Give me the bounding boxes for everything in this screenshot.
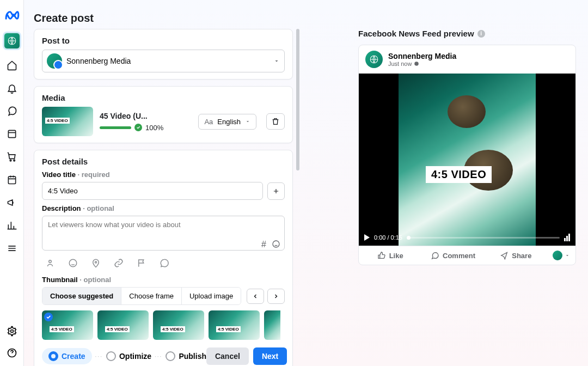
comment-button[interactable]: Comment: [421, 246, 484, 265]
share-as-dropdown[interactable]: [547, 246, 575, 265]
svg-point-3: [13, 160, 15, 161]
upload-percent: 100%: [145, 124, 163, 132]
plus-icon: [272, 187, 280, 195]
post-to-card: Post to Sonnenberg Media: [34, 29, 293, 80]
emoji-icon[interactable]: [272, 240, 280, 249]
delete-media-button[interactable]: [266, 113, 285, 130]
flag-icon[interactable]: [137, 258, 146, 268]
location-icon[interactable]: [91, 258, 101, 268]
svg-rect-1: [8, 130, 15, 137]
help-icon[interactable]: [7, 347, 17, 358]
add-title-button[interactable]: [267, 182, 285, 200]
tab-suggested[interactable]: Choose suggested: [42, 288, 121, 304]
post-to-value: Sonnenberg Media: [66, 57, 131, 65]
media-thumbnail: 4:5 VIDEO: [42, 107, 93, 136]
video-overlay-label: 4:5 VIDEO: [426, 166, 492, 183]
volume-icon[interactable]: [564, 234, 570, 241]
like-button[interactable]: Like: [359, 246, 421, 265]
thumbnail-option[interactable]: 4:5 VIDEO: [209, 310, 260, 340]
video-title-label: Video title: [42, 170, 76, 179]
share-button[interactable]: Share: [485, 246, 547, 265]
sidebar: [0, 0, 24, 366]
calendar-icon[interactable]: [7, 174, 17, 185]
seek-bar[interactable]: [407, 237, 560, 239]
svg-rect-4: [8, 176, 15, 184]
next-button[interactable]: Next: [253, 347, 287, 365]
tab-upload[interactable]: Upload image: [182, 288, 241, 304]
svg-point-8: [49, 260, 52, 263]
upload-progress: [100, 126, 131, 129]
preview-timestamp: Just now: [388, 60, 412, 67]
feeling-icon[interactable]: [68, 258, 78, 268]
tab-frame[interactable]: Choose frame: [121, 288, 182, 304]
description-label: Description: [42, 204, 81, 212]
video-time: 0:00 / 0:15: [374, 234, 402, 241]
svg-point-2: [10, 160, 11, 161]
megaphone-icon[interactable]: [7, 197, 17, 208]
chevron-left-icon: [252, 293, 259, 300]
info-icon[interactable]: i: [477, 30, 485, 38]
link-icon[interactable]: [114, 258, 124, 268]
thumbnail-option[interactable]: [264, 310, 280, 340]
thumb-prev-button[interactable]: [247, 289, 264, 304]
gear-icon[interactable]: [7, 326, 17, 337]
cancel-button[interactable]: Cancel: [206, 347, 249, 365]
hashtag-icon[interactable]: #: [261, 240, 266, 249]
media-filename: 45 Video (U...: [100, 112, 163, 120]
check-icon: [134, 124, 142, 131]
svg-point-12: [415, 62, 419, 66]
svg-point-7: [273, 241, 279, 247]
like-icon: [377, 251, 386, 260]
language-select[interactable]: Aa English: [198, 114, 256, 130]
svg-point-9: [69, 259, 77, 267]
trash-icon: [271, 117, 280, 126]
chevron-right-icon: [273, 293, 279, 300]
preview-title: Facebook News Feed preview: [358, 29, 474, 38]
thumbnail-option[interactable]: 4:5 VIDEO: [42, 310, 93, 340]
thumbnail-label: Thumbnail: [42, 276, 78, 284]
post-to-label: Post to: [42, 36, 285, 45]
post-details-label: Post details: [42, 157, 285, 166]
preview-video[interactable]: 4:5 VIDEO 0:00 / 0:15: [359, 74, 575, 246]
comment-icon: [431, 251, 439, 260]
page-avatar-icon: [47, 53, 62, 69]
description-textarea[interactable]: [42, 216, 285, 251]
post-to-select[interactable]: Sonnenberg Media: [42, 50, 285, 72]
workspace-avatar[interactable]: [4, 33, 20, 49]
share-icon: [500, 251, 509, 260]
thumbnail-tabs: Choose suggested Choose frame Upload ima…: [42, 287, 241, 305]
media-label: Media: [42, 93, 285, 102]
posts-icon[interactable]: [7, 129, 17, 139]
chevron-down-icon: [565, 253, 570, 258]
step-optimize[interactable]: Optimize: [106, 351, 151, 361]
preview-avatar: [365, 51, 383, 68]
thumbnail-option[interactable]: 4:5 VIDEO: [97, 310, 149, 340]
home-icon[interactable]: [7, 60, 17, 71]
step-create[interactable]: Create: [42, 348, 92, 364]
chat-icon[interactable]: [7, 106, 17, 117]
meta-logo: [4, 8, 20, 23]
thumbnail-option[interactable]: 4:5 VIDEO: [153, 310, 204, 340]
step-publish[interactable]: Publish: [166, 351, 206, 361]
bell-icon[interactable]: [7, 83, 17, 94]
messenger-icon[interactable]: [160, 258, 169, 268]
preview-card: Sonnenberg Media Just now 4:5 VIDEO 0:00…: [358, 45, 576, 265]
insights-icon[interactable]: [7, 220, 17, 231]
cart-icon[interactable]: [7, 151, 17, 162]
media-card: Media 4:5 VIDEO 45 Video (U... 100% Aa E…: [34, 86, 293, 143]
thumb-next-button[interactable]: [267, 289, 285, 304]
page-title: Create post: [34, 12, 588, 25]
video-title-input[interactable]: [42, 182, 263, 200]
chevron-down-icon: [245, 119, 250, 124]
play-icon[interactable]: [364, 234, 370, 241]
post-details-card: Post details Video title · required Desc…: [34, 150, 293, 366]
preview-page-name: Sonnenberg Media: [388, 52, 456, 60]
globe-icon: [414, 61, 419, 66]
scrollbar[interactable]: [296, 29, 299, 350]
svg-point-5: [10, 330, 13, 333]
svg-point-10: [95, 261, 97, 263]
chevron-down-icon: [273, 58, 280, 64]
menu-icon[interactable]: [7, 243, 17, 254]
selected-check-icon: [44, 313, 53, 321]
tag-people-icon[interactable]: [45, 258, 55, 268]
